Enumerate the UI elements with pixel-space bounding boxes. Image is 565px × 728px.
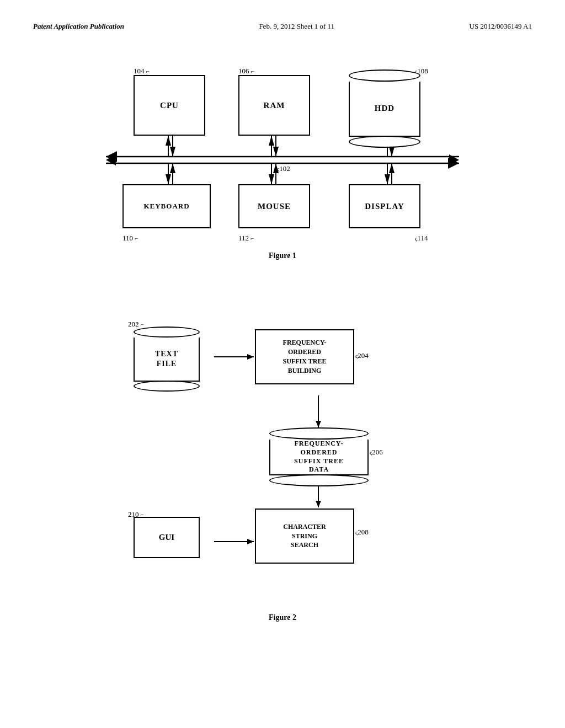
- char-search-ref: ς208: [355, 528, 369, 537]
- svg-marker-16: [269, 136, 274, 146]
- ram-ref: 106 ⌐: [238, 67, 254, 76]
- freq-building-ref: ς204: [355, 351, 369, 360]
- svg-marker-8: [166, 136, 171, 146]
- char-search-box: CHARACTERSTRINGSEARCH: [255, 508, 354, 564]
- mouse-box: MOUSE: [238, 184, 310, 228]
- header: Patent Application Publication Feb. 9, 2…: [33, 22, 532, 31]
- bus-ref: ς102: [277, 164, 290, 173]
- header-patent-number: US 2012/0036149 A1: [470, 22, 532, 31]
- hdd-cylinder: HDD: [349, 69, 420, 148]
- gui-box: GUI: [134, 517, 200, 558]
- page: Patent Application Publication Feb. 9, 2…: [0, 0, 565, 728]
- keyboard-label: KEYBOARD: [143, 202, 189, 211]
- hdd-label: HDD: [375, 103, 395, 114]
- ram-box: RAM: [238, 75, 310, 136]
- svg-marker-9: [170, 147, 175, 157]
- textfile-label: TEXTFILE: [155, 349, 178, 369]
- figure1-container: CPU 104 ⌐ RAM 106 ⌐ HDD: [33, 58, 532, 282]
- cpu-box: CPU: [134, 75, 205, 136]
- svg-marker-13: [170, 163, 175, 173]
- display-box: DISPLAY: [349, 184, 420, 228]
- freq-building-label: FREQUENCY-ORDEREDSUFFIX TREEBUILDING: [283, 338, 327, 375]
- freq-data-cylinder: FREQUENCY-ORDEREDSUFFIX TREEDATA: [269, 427, 369, 486]
- svg-marker-25: [389, 147, 395, 157]
- char-search-label: CHARACTERSTRINGSEARCH: [283, 522, 326, 550]
- svg-marker-35: [316, 501, 321, 507]
- header-date-sheet: Feb. 9, 2012 Sheet 1 of 11: [259, 22, 334, 31]
- figure2-caption: Figure 2: [269, 613, 296, 622]
- display-ref: ς114: [415, 234, 428, 243]
- fig2-diagram: TEXTFILE 202 ⌐ FREQUENCY-ORDEREDSUFFIX T…: [117, 299, 448, 608]
- cpu-label: CPU: [160, 101, 179, 110]
- figure1-caption: Figure 1: [269, 251, 296, 260]
- gui-label: GUI: [159, 532, 174, 543]
- svg-marker-17: [273, 147, 279, 157]
- freq-data-label: FREQUENCY-ORDEREDSUFFIX TREEDATA: [294, 440, 344, 474]
- gui-ref: 210 ⌐: [128, 510, 144, 519]
- keyboard-box: KEYBOARD: [122, 184, 211, 228]
- display-label: DISPLAY: [365, 202, 404, 211]
- svg-marker-33: [316, 421, 321, 427]
- textfile-ref: 202 ⌐: [128, 320, 144, 329]
- freq-building-box: FREQUENCY-ORDEREDSUFFIX TREEBUILDING: [255, 329, 354, 384]
- svg-marker-29: [389, 163, 395, 173]
- svg-marker-12: [166, 174, 171, 184]
- svg-marker-37: [247, 539, 254, 544]
- freq-data-ref: ς206: [370, 448, 383, 457]
- mouse-ref: 112 ⌐: [238, 234, 254, 243]
- svg-marker-28: [385, 174, 390, 184]
- svg-marker-31: [247, 354, 254, 360]
- svg-marker-20: [269, 174, 274, 184]
- mouse-label: MOUSE: [258, 202, 291, 211]
- header-publication-label: Patent Application Publication: [33, 22, 124, 31]
- cpu-ref: 104 ⌐: [134, 67, 150, 76]
- figure2-container: TEXTFILE 202 ⌐ FREQUENCY-ORDEREDSUFFIX T…: [33, 299, 532, 644]
- keyboard-ref: 110 ⌐: [122, 234, 138, 243]
- textfile-cylinder: TEXTFILE: [134, 326, 200, 392]
- fig1-diagram: CPU 104 ⌐ RAM 106 ⌐ HDD: [89, 58, 476, 246]
- ram-label: RAM: [264, 101, 285, 110]
